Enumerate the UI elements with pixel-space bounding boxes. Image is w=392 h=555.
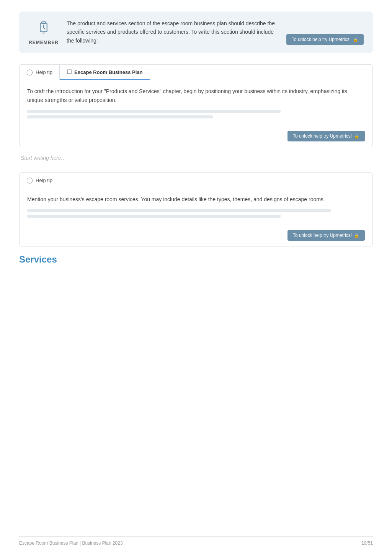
bulb-icon-2: ◯ [26,177,33,184]
remember-text: The product and services section of the … [67,19,279,45]
footer-left: Escape Room Business Plan | Business Pla… [19,540,123,546]
remember-label: REMEMBER [29,40,59,45]
tab-escape-plan[interactable]: ☐ Escape Room Business Plan [60,65,149,80]
help-footer-1: To unlock help try Upmetrics! 🔒 [20,131,372,147]
bulb-icon-1: ◯ [26,69,33,76]
unlock-btn-help2[interactable]: To unlock help try Upmetrics! 🔒 [287,230,365,241]
help-footer-2: To unlock help try Upmetrics! 🔒 [20,230,372,246]
redacted-lines-1 [27,110,365,118]
help-section-2: ◯ Help tip Mention your business's escap… [19,172,373,246]
tab-help-tip-2[interactable]: ◯ Help tip [20,173,59,188]
tab-help-tip-1[interactable]: ◯ Help tip [20,65,59,80]
redacted-lines-2 [27,209,365,218]
help-body-1: To craft the introduction for your "Prod… [20,80,372,131]
unlock-btn-help1[interactable]: To unlock help try Upmetrics! 🔒 [287,131,365,141]
redacted-line [27,110,281,113]
remember-icon-block: REMEMBER [28,19,59,45]
remember-box: REMEMBER The product and services sectio… [19,11,373,53]
page-container: REMEMBER The product and services sectio… [0,0,392,555]
services-heading: Services [19,254,373,265]
svg-line-3 [44,28,45,29]
unlock-btn-remember[interactable]: To unlock help try Upmetrics! 🔒 [286,34,364,45]
help-tabs-2: ◯ Help tip [20,173,372,188]
help-body-2: Mention your business's escape room serv… [20,188,372,230]
help-section-1: ◯ Help tip ☐ Escape Room Business Plan T… [19,64,373,147]
lock-icon-2: 🔒 [354,134,359,139]
redacted-line [27,215,281,218]
redacted-line [27,209,331,212]
redacted-line [27,115,213,118]
remember-icon [34,19,53,38]
document-icon: ☐ [67,69,72,76]
help-body-text-1: To craft the introduction for your "Prod… [27,87,365,105]
footer-right: 19/51 [361,540,373,546]
help-tabs-1: ◯ Help tip ☐ Escape Room Business Plan [20,65,372,80]
start-writing[interactable]: Start writing here.. [19,155,373,161]
help-body-text-2: Mention your business's escape room serv… [27,195,365,204]
lock-icon: 🔒 [353,37,358,42]
lock-icon-3: 🔒 [354,233,359,238]
remember-content: The product and services section of the … [67,19,364,45]
page-footer: Escape Room Business Plan | Business Pla… [19,536,373,546]
